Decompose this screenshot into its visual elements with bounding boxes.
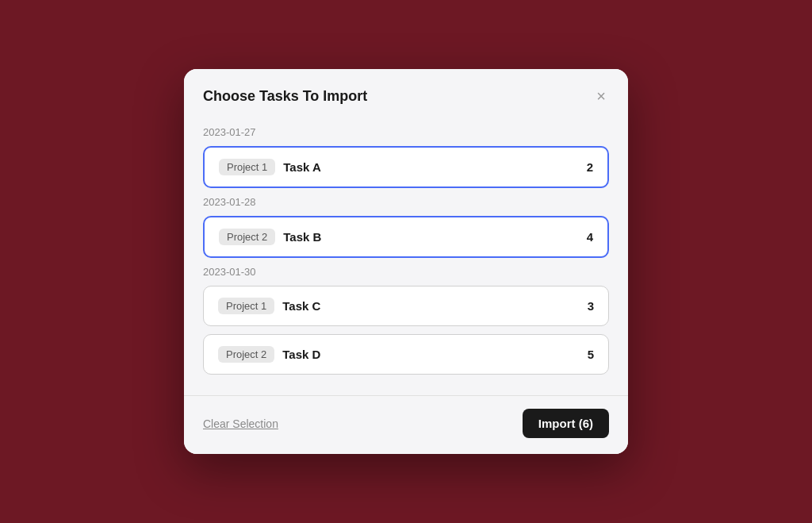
task-left: Project 2 Task D [218, 346, 320, 363]
task-count: 2 [587, 160, 593, 174]
date-label-3: 2023-01-30 [203, 266, 609, 278]
clear-selection-button[interactable]: Clear Selection [203, 417, 278, 430]
date-group-1: 2023-01-27 Project 1 Task A 2 [203, 126, 609, 188]
task-name: Task D [282, 348, 320, 361]
task-name: Task B [283, 230, 321, 244]
modal-body: 2023-01-27 Project 1 Task A 2 2023-01-28… [184, 120, 628, 395]
date-label-2: 2023-01-28 [203, 196, 609, 208]
task-left: Project 2 Task B [219, 229, 321, 245]
modal-overlay: Choose Tasks To Import × 2023-01-27 Proj… [0, 0, 812, 523]
task-count: 5 [588, 348, 594, 361]
date-label-1: 2023-01-27 [203, 126, 609, 138]
project-badge: Project 1 [219, 159, 275, 175]
project-badge: Project 2 [218, 346, 274, 363]
date-group-2: 2023-01-28 Project 2 Task B 4 [203, 196, 609, 258]
task-left: Project 1 Task C [218, 298, 320, 314]
task-left: Project 1 Task A [219, 159, 321, 175]
project-badge: Project 2 [219, 229, 275, 245]
task-item[interactable]: Project 1 Task A 2 [203, 146, 609, 188]
task-count: 4 [587, 230, 593, 244]
modal-dialog: Choose Tasks To Import × 2023-01-27 Proj… [184, 69, 628, 454]
task-count: 3 [588, 299, 594, 313]
task-name: Task C [282, 299, 320, 313]
modal-header: Choose Tasks To Import × [184, 69, 628, 120]
project-badge: Project 1 [218, 298, 274, 314]
close-button[interactable]: × [593, 85, 609, 107]
date-group-3: 2023-01-30 Project 1 Task C 3 Project 2 … [203, 266, 609, 375]
task-name: Task A [283, 160, 321, 174]
modal-footer: Clear Selection Import (6) [184, 395, 628, 454]
modal-title: Choose Tasks To Import [203, 88, 367, 105]
task-item[interactable]: Project 2 Task D 5 [203, 334, 609, 375]
task-item[interactable]: Project 2 Task B 4 [203, 216, 609, 258]
import-button[interactable]: Import (6) [523, 409, 609, 438]
task-item[interactable]: Project 1 Task C 3 [203, 286, 609, 326]
